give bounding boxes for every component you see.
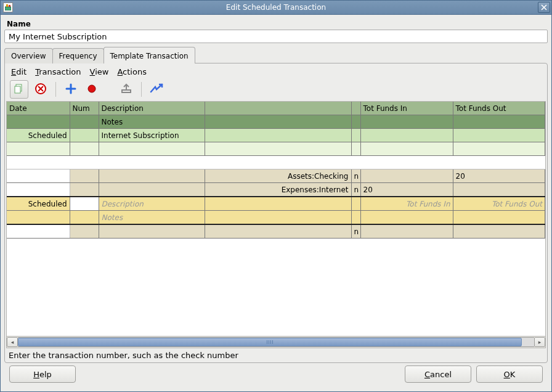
svg-rect-0 — [5, 7, 11, 10]
register-empty-area — [7, 239, 545, 325]
scroll-thumb[interactable] — [18, 338, 522, 346]
entry1-split2-account[interactable]: Expenses:Internet — [205, 183, 351, 197]
svg-rect-4 — [15, 86, 20, 93]
entry1-split2-row[interactable]: Expenses:Internet n 20 — [7, 183, 545, 197]
name-input[interactable]: My Internet Subscription — [4, 30, 548, 43]
entry1-notes[interactable] — [99, 142, 205, 156]
scroll-track[interactable] — [18, 337, 534, 347]
col-funds-out[interactable]: Tot Funds Out — [453, 102, 545, 115]
col-funds-in[interactable]: Tot Funds In — [360, 102, 453, 115]
entry2-notes[interactable]: Notes — [99, 211, 205, 225]
help-button[interactable]: Help — [9, 365, 76, 383]
col-description[interactable]: Description — [99, 102, 205, 115]
entry1-main-row[interactable]: Scheduled Internet Subscription — [7, 129, 545, 142]
titlebar[interactable]: Edit Scheduled Transaction — [1, 1, 551, 15]
ok-button[interactable]: OK — [476, 365, 543, 383]
entry2-split-row[interactable]: n — [7, 224, 545, 239]
col-num[interactable]: Num — [70, 102, 99, 115]
transfer-icon — [120, 83, 132, 96]
entry1-split1-out[interactable]: 20 — [453, 169, 545, 183]
window-close-button[interactable] — [538, 2, 550, 13]
entry2-main-row[interactable]: Scheduled Description Tot Funds In Tot F… — [7, 197, 545, 211]
tab-template-transaction[interactable]: Template Transaction — [104, 47, 195, 63]
register-header-row-2: Notes — [7, 115, 545, 129]
entry2-notes-row[interactable]: Notes — [7, 211, 545, 225]
toolbar-transfer-button[interactable] — [118, 81, 135, 98]
button-bar: Help Cancel OK — [4, 363, 548, 388]
menu-transaction[interactable]: Transaction — [35, 67, 81, 76]
entry1-split2-n[interactable]: n — [351, 183, 360, 197]
tab-frequency[interactable]: Frequency — [52, 48, 104, 63]
tab-pane-template: Edit Transaction View Actions — [4, 63, 548, 363]
menubar: Edit Transaction View Actions — [5, 63, 547, 79]
horizontal-scrollbar[interactable]: ◂ ▸ — [7, 336, 545, 348]
toolbar — [5, 79, 547, 101]
entry2-num[interactable] — [70, 197, 99, 211]
scroll-left-button[interactable]: ◂ — [7, 337, 18, 347]
entry2-date[interactable]: Scheduled — [7, 197, 70, 211]
entry1-split1-in[interactable] — [360, 169, 453, 183]
col-date[interactable]: Date — [7, 102, 70, 115]
svg-rect-1 — [6, 4, 8, 7]
window: Edit Scheduled Transaction Name My Inter… — [0, 0, 552, 392]
client-area: Name My Internet Subscription Overview F… — [1, 15, 551, 391]
cancel-button[interactable]: Cancel — [405, 365, 471, 383]
window-title: Edit Scheduled Transaction — [1, 3, 551, 12]
col-n[interactable] — [351, 102, 360, 115]
entry2-funds-in[interactable]: Tot Funds In — [360, 197, 453, 211]
entry1-date[interactable]: Scheduled — [7, 129, 70, 142]
toolbar-duplicate-button[interactable] — [10, 80, 28, 99]
scroll-right-button[interactable]: ▸ — [534, 337, 545, 347]
toolbar-separator-2 — [141, 82, 142, 97]
toolbar-add-split-button[interactable] — [62, 81, 79, 98]
toolbar-jump-button[interactable] — [148, 81, 165, 98]
entry1-split1-row[interactable]: Assets:Checking n 20 — [7, 169, 545, 183]
register-header-row-1: Date Num Description Tot Funds In Tot Fu… — [7, 102, 545, 115]
entry1-split1-account[interactable]: Assets:Checking — [205, 169, 351, 183]
entry1-split1-n[interactable]: n — [351, 169, 360, 183]
status-bar: Enter the transaction number, such as th… — [5, 348, 547, 362]
svg-point-6 — [88, 85, 95, 92]
record-icon — [86, 83, 97, 96]
svg-rect-2 — [9, 5, 10, 7]
menu-view[interactable]: View — [90, 67, 109, 76]
entry1-notes-row[interactable] — [7, 142, 545, 156]
menu-actions[interactable]: Actions — [117, 67, 147, 76]
register-table[interactable]: Date Num Description Tot Funds In Tot Fu… — [7, 102, 545, 239]
plus-icon — [65, 83, 76, 96]
tab-overview[interactable]: Overview — [4, 48, 53, 63]
app-icon — [3, 2, 13, 12]
menu-edit[interactable]: Edit — [11, 67, 26, 76]
entry2-funds-out[interactable]: Tot Funds Out — [453, 197, 545, 211]
entry1-split2-in[interactable]: 20 — [360, 183, 453, 197]
entry1-gap-row — [7, 156, 545, 169]
col-notes[interactable]: Notes — [99, 115, 205, 129]
tabstrip: Overview Frequency Template Transaction — [4, 47, 548, 63]
entry2-description[interactable]: Description — [99, 197, 205, 211]
svg-rect-7 — [122, 90, 131, 92]
col-blank[interactable] — [205, 102, 351, 115]
toolbar-separator — [55, 82, 56, 97]
toolbar-record-button[interactable] — [83, 81, 100, 98]
entry1-num[interactable] — [70, 129, 99, 142]
register: Date Num Description Tot Funds In Tot Fu… — [6, 101, 546, 348]
toolbar-delete-button[interactable] — [32, 81, 49, 98]
entry1-split2-out[interactable] — [453, 183, 545, 197]
jump-icon — [150, 83, 163, 96]
entry2-split-n[interactable]: n — [351, 224, 360, 239]
entry1-description[interactable]: Internet Subscription — [99, 129, 205, 142]
name-label: Name — [7, 20, 546, 28]
duplicate-icon — [14, 83, 25, 96]
delete-icon — [34, 83, 47, 97]
